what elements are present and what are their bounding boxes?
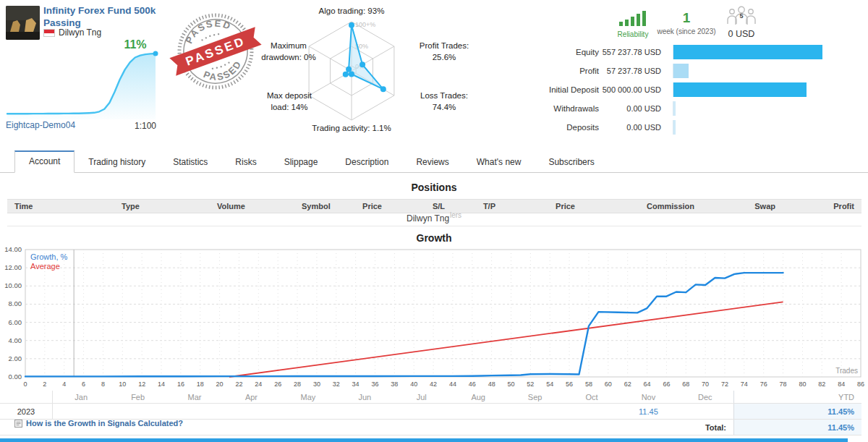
svg-text:72: 72 [721, 381, 728, 388]
svg-text:82: 82 [818, 381, 825, 388]
next-section-edge [0, 438, 848, 442]
metric-bar [673, 101, 827, 116]
month-header: Jun [336, 391, 393, 403]
svg-text:4.00: 4.00 [9, 336, 22, 344]
month-header: Mar [166, 391, 223, 403]
avatar-image [6, 6, 40, 40]
growth-help-link[interactable]: How is the Growth in Signals Calculated? [14, 419, 183, 428]
month-value [393, 404, 450, 419]
metric-value: 0.00 USD [599, 123, 661, 132]
svg-text:74: 74 [741, 381, 748, 388]
positions-table-header: TimeTypeVolumeSymbolPriceS/LT/PPriceComm… [7, 199, 861, 213]
svg-text:64: 64 [644, 381, 651, 388]
metric-label: Deposits [440, 123, 599, 132]
svg-text:56: 56 [566, 381, 573, 388]
metric-row-profit: Profit57 237.78 USD [440, 64, 827, 78]
svg-text:10: 10 [119, 381, 126, 388]
reliability-label: Reliability [608, 30, 658, 38]
svg-text:12: 12 [138, 381, 145, 388]
svg-text:36: 36 [371, 381, 378, 388]
positions-watermark-fragment: lers [450, 211, 461, 219]
author-link[interactable]: Dilwyn Tng [59, 27, 101, 38]
reliability-block: Reliability [608, 10, 658, 38]
svg-text:8.00: 8.00 [9, 299, 22, 307]
broker-account-link[interactable]: Eightcap-Demo04 [6, 120, 75, 130]
svg-text:68: 68 [682, 381, 689, 388]
svg-text:28: 28 [294, 381, 301, 388]
metric-row-withdrawals: Withdrawals0.00 USD [440, 101, 827, 116]
growth-help-link-text[interactable]: How is the Growth in Signals Calculated? [26, 419, 183, 428]
month-header: Aug [450, 391, 506, 403]
svg-text:44: 44 [449, 381, 456, 388]
svg-text:24: 24 [255, 381, 262, 388]
column-header-commission: Commission [600, 202, 694, 211]
tab-reviews[interactable]: Reviews [402, 151, 462, 173]
svg-text:16: 16 [177, 381, 184, 388]
signal-page: Infinity Forex Fund 500k Passing Dilwyn … [0, 0, 868, 442]
month-value [336, 404, 393, 419]
svg-text:6: 6 [82, 381, 85, 388]
metric-value: 500 000.00 USD [599, 85, 661, 94]
year-label: 2023 [0, 404, 53, 419]
svg-text:40: 40 [410, 381, 417, 388]
tab-subscribers[interactable]: Subscribers [535, 151, 608, 173]
metric-bar [673, 82, 827, 97]
price-value: 0 USD [720, 29, 762, 39]
tab-bar: AccountTrading historyStatisticsRisksSli… [0, 150, 868, 173]
month-value [563, 404, 620, 419]
svg-text:78: 78 [780, 381, 787, 388]
month-header: Jan [53, 391, 109, 403]
month-header: Apr [223, 391, 279, 403]
reliability-bars-icon [618, 10, 648, 26]
svg-text:12.00: 12.00 [4, 263, 22, 271]
month-value [677, 404, 733, 419]
legend-average: Average [30, 262, 60, 271]
metric-label: Initial Deposit [440, 85, 599, 94]
metric-row-deposits: Deposits0.00 USD [440, 120, 827, 135]
year-row: 202311.4511.45% [0, 403, 861, 420]
signal-avatar [6, 6, 40, 40]
svg-text:62: 62 [624, 381, 631, 388]
svg-text:34: 34 [352, 381, 359, 388]
column-header-price: Price [481, 202, 575, 211]
tab-account[interactable]: Account [14, 150, 75, 173]
month-header: May [280, 391, 336, 403]
svg-text:22: 22 [235, 381, 242, 388]
tab-risks[interactable]: Risks [221, 151, 270, 173]
metric-value: 0.00 USD [599, 104, 661, 113]
svg-text:46: 46 [469, 381, 476, 388]
tab-slippage[interactable]: Slippage [271, 151, 332, 173]
monthly-growth-table: JanFebMarAprMayJunJulAugSepOctNovDecYTD2… [0, 391, 861, 435]
svg-text:26: 26 [274, 381, 281, 388]
month-value [506, 404, 563, 419]
svg-text:30: 30 [313, 381, 320, 388]
metric-bar [673, 64, 827, 78]
svg-text:38: 38 [391, 381, 398, 388]
tab-what-s-new[interactable]: What's new [463, 151, 535, 173]
metric-value: 557 237.78 USD [599, 48, 661, 56]
month-header: Dec [677, 391, 733, 403]
growth-heading: Growth [0, 232, 868, 244]
help-book-icon [14, 420, 22, 428]
svg-text:50: 50 [508, 381, 515, 388]
subscribers-count: 5 [739, 12, 743, 20]
svg-text:80: 80 [799, 381, 806, 388]
svg-text:32: 32 [333, 381, 340, 388]
ytd-value: 11.45% [733, 404, 861, 419]
radar-label-algo-trading: Algo trading: 93% [279, 6, 424, 17]
tab-description[interactable]: Description [331, 151, 402, 173]
column-header-type: Type [122, 202, 216, 211]
svg-text:14.00: 14.00 [4, 246, 22, 253]
tab-trading-history[interactable]: Trading history [75, 151, 159, 173]
positions-heading: Positions [0, 182, 868, 193]
svg-text:52: 52 [527, 381, 534, 388]
tab-statistics[interactable]: Statistics [159, 151, 221, 173]
svg-text:54: 54 [546, 381, 553, 388]
month-value: 11.45 [620, 404, 676, 419]
month-value [223, 404, 279, 419]
month-header: Nov [620, 391, 676, 403]
svg-text:0: 0 [23, 381, 27, 388]
month-value [280, 404, 336, 419]
month-value [450, 404, 506, 419]
svg-text:84: 84 [838, 381, 845, 388]
